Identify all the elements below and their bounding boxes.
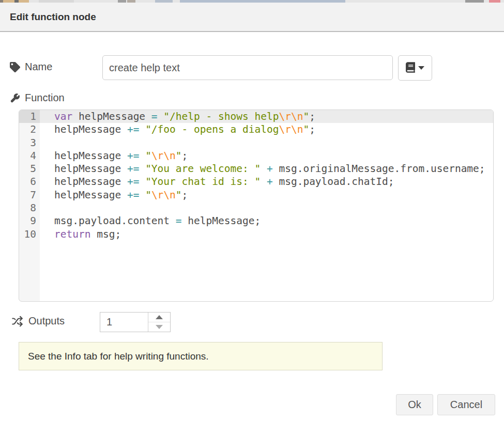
ok-button[interactable]: Ok (396, 394, 433, 415)
caret-down-icon (418, 66, 424, 70)
code-line[interactable]: 8 (19, 201, 493, 214)
line-number: 1 (19, 110, 40, 123)
spinner-buttons (148, 313, 170, 332)
tag-icon (10, 62, 20, 72)
wrench-icon (10, 93, 20, 103)
outputs-spinner (100, 312, 171, 332)
code-line-text[interactable]: helpMessage += "\r\n"; (40, 189, 493, 201)
name-label-text: Name (25, 61, 52, 73)
code-line-text[interactable] (40, 201, 493, 214)
line-number: 2 (19, 123, 40, 136)
code-editor[interactable]: 1var helpMessage = "/help - shows help\r… (19, 110, 494, 302)
code-line[interactable]: 9msg.payload.content = helpMessage; (19, 214, 493, 227)
line-number: 3 (19, 136, 40, 149)
outputs-label: Outputs (11, 315, 65, 327)
code-line[interactable]: 4helpMessage += "\r\n"; (19, 149, 493, 162)
code-line[interactable]: 2helpMessage += "/foo - opens a dialog\r… (19, 123, 493, 136)
code-line-text[interactable]: helpMessage += "\r\n"; (40, 149, 493, 162)
name-label: Name (10, 61, 52, 73)
code-line-text[interactable]: return msg; (40, 228, 493, 241)
code-line-text[interactable]: helpMessage += "Your chat id is: " + msg… (40, 175, 493, 188)
spinner-down-button[interactable] (148, 322, 170, 332)
book-icon (406, 62, 415, 74)
spinner-down-icon (156, 325, 163, 329)
dialog-header: Edit function node (0, 3, 504, 32)
dialog-title: Edit function node (10, 11, 96, 23)
info-box: See the Info tab for help writing functi… (19, 342, 383, 370)
code-line[interactable]: 10return msg; (19, 228, 493, 241)
edit-function-dialog: Edit function node Name Function 1var he… (0, 0, 504, 421)
code-line[interactable]: 3 (19, 136, 493, 149)
line-number: 7 (19, 189, 40, 201)
outputs-label-text: Outputs (28, 315, 65, 327)
line-number: 5 (19, 162, 40, 175)
code-line[interactable]: 1var helpMessage = "/help - shows help\r… (19, 110, 493, 123)
code-line[interactable]: 7helpMessage += "\r\n"; (19, 189, 493, 201)
code-line-text[interactable]: helpMessage += "/foo - opens a dialog\r\… (40, 123, 493, 136)
code-line[interactable]: 5helpMessage += "You are welcome: " + ms… (19, 162, 493, 175)
spinner-up-icon (156, 315, 163, 319)
name-input[interactable] (102, 55, 393, 80)
function-label: Function (10, 92, 65, 104)
line-number: 10 (19, 228, 40, 241)
line-number: 4 (19, 149, 40, 162)
outputs-input[interactable] (100, 313, 148, 332)
function-label-text: Function (25, 92, 65, 104)
code-line-text[interactable]: var helpMessage = "/help - shows help\r\… (40, 110, 493, 123)
code-line[interactable]: 6helpMessage += "Your chat id is: " + ms… (19, 175, 493, 188)
shuffle-icon (11, 316, 24, 327)
code-line-text[interactable]: msg.payload.content = helpMessage; (40, 214, 493, 227)
line-number: 6 (19, 175, 40, 188)
library-button[interactable] (398, 55, 432, 81)
cancel-button[interactable]: Cancel (437, 394, 495, 415)
code-line-text[interactable] (40, 136, 493, 149)
code-line-text[interactable]: helpMessage += "You are welcome: " + msg… (40, 162, 493, 175)
line-number: 9 (19, 214, 40, 227)
spinner-up-button[interactable] (148, 313, 170, 322)
line-number: 8 (19, 201, 40, 214)
